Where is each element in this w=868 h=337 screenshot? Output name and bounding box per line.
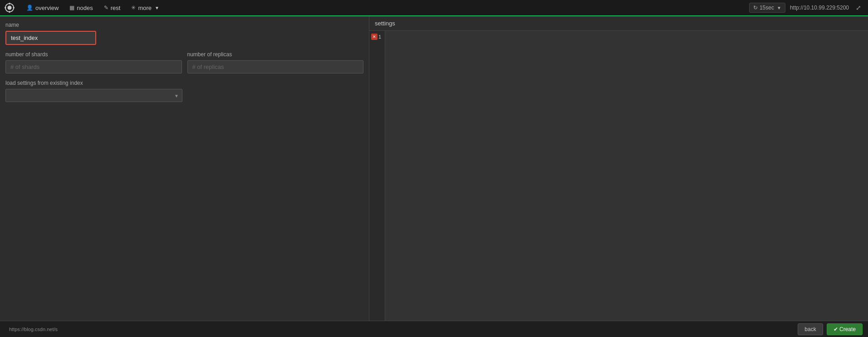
- navbar: 👤 overview ▦ nodes ✎ rest ✳ more ▼ ↻ 15s…: [0, 0, 868, 16]
- svg-point-5: [13, 7, 15, 9]
- back-label: back: [804, 326, 816, 332]
- navbar-left: 👤 overview ▦ nodes ✎ rest ✳ more ▼: [5, 3, 749, 13]
- settings-sidebar: ✕ 1: [369, 31, 385, 337]
- nav-overview-label: overview: [35, 5, 59, 11]
- navbar-right: ↻ 15sec ▼ http://10.10.99.229:5200 ⤢: [749, 3, 863, 13]
- tab-close-icon: ✕: [373, 34, 376, 39]
- settings-tab-1: ✕ 1: [371, 34, 383, 40]
- shards-input[interactable]: [5, 60, 182, 73]
- settings-header: settings: [369, 16, 868, 31]
- nav-item-rest[interactable]: ✎ rest: [99, 3, 125, 13]
- tab-number-label: 1: [378, 34, 381, 39]
- name-label: name: [5, 22, 363, 28]
- status-url: https://blog.csdn.net/s: [5, 327, 794, 332]
- create-label: ✔ Create: [834, 326, 856, 332]
- more-dropdown-arrow: ▼: [155, 5, 159, 10]
- replicas-input[interactable]: [187, 60, 364, 73]
- overview-icon: 👤: [26, 5, 33, 11]
- refresh-control[interactable]: ↻ 15sec ▼: [749, 3, 785, 13]
- back-button[interactable]: back: [798, 323, 823, 335]
- nav-rest-label: rest: [111, 5, 121, 11]
- load-settings-select-wrapper: ▼: [5, 89, 182, 102]
- nav-nodes-label: nodes: [77, 5, 93, 11]
- svg-point-4: [5, 7, 6, 9]
- right-panel: settings ✕ 1: [369, 16, 868, 337]
- settings-body: ✕ 1: [369, 31, 868, 337]
- more-icon: ✳: [131, 5, 136, 11]
- nodes-icon: ▦: [69, 5, 74, 11]
- bottom-bar: https://blog.csdn.net/s back ✔ Create: [0, 321, 868, 337]
- left-panel: name number of shards number of replicas…: [0, 16, 369, 337]
- refresh-interval: 15sec: [760, 5, 774, 11]
- replicas-label: number of replicas: [187, 51, 364, 58]
- shards-replicas-row: number of shards number of replicas: [5, 51, 363, 73]
- nav-item-nodes[interactable]: ▦ nodes: [65, 3, 97, 13]
- brand-logo[interactable]: [5, 3, 15, 13]
- rest-icon: ✎: [104, 5, 108, 11]
- load-settings-select[interactable]: [5, 89, 182, 102]
- shards-field: number of shards: [5, 51, 182, 73]
- load-settings-field: load settings from existing index ▼: [5, 80, 363, 102]
- nav-more-label: more: [138, 5, 152, 11]
- replicas-field: number of replicas: [187, 51, 364, 73]
- refresh-icon: ↻: [753, 5, 758, 11]
- settings-title: settings: [375, 20, 395, 27]
- svg-point-3: [9, 11, 10, 13]
- shards-label: number of shards: [5, 51, 182, 58]
- nav-item-overview[interactable]: 👤 overview: [22, 3, 63, 13]
- name-input-wrapper: [5, 31, 96, 45]
- main-content: name number of shards number of replicas…: [0, 16, 868, 337]
- svg-point-1: [7, 5, 11, 10]
- settings-editor[interactable]: [385, 31, 868, 337]
- tab-close-button[interactable]: ✕: [371, 34, 378, 40]
- name-input[interactable]: [6, 32, 95, 44]
- cluster-url: http://10.10.99.229:5200: [790, 5, 849, 11]
- refresh-dropdown-arrow: ▼: [777, 5, 781, 10]
- nav-item-more[interactable]: ✳ more ▼: [127, 3, 164, 13]
- create-button[interactable]: ✔ Create: [827, 323, 863, 335]
- fullscreen-button[interactable]: ⤢: [853, 3, 863, 12]
- svg-point-2: [9, 3, 10, 5]
- load-settings-label: load settings from existing index: [5, 80, 363, 86]
- name-field-container: name: [5, 22, 363, 45]
